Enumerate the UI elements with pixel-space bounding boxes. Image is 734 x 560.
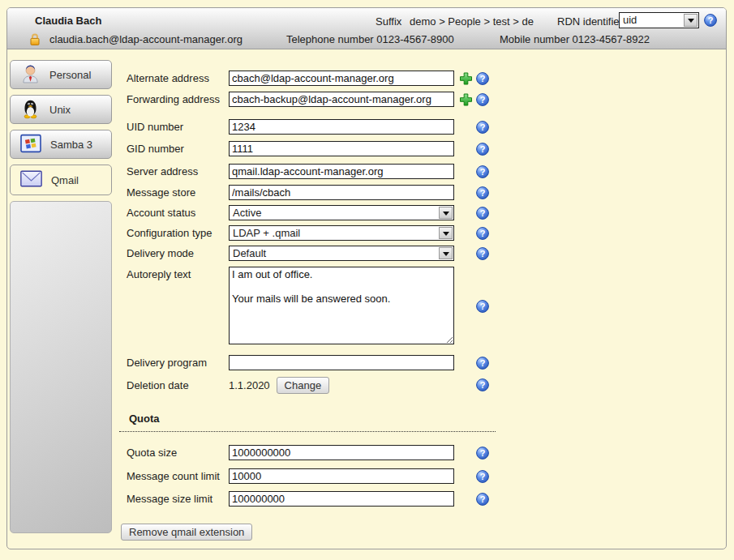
help-icon[interactable]: ? <box>476 247 489 260</box>
field-label: Delivery program <box>127 357 229 369</box>
svg-text:?: ? <box>480 249 486 259</box>
uid-number-input[interactable] <box>229 119 454 135</box>
delivery-mode-select[interactable]: Default <box>229 246 454 261</box>
form-row-alternate-address: Alternate address ? <box>127 71 508 86</box>
dropdown-arrow-icon[interactable] <box>439 207 453 219</box>
header-mobile: Mobile number 0123-4567-8922 <box>500 33 650 45</box>
message-count-limit-input[interactable] <box>229 468 454 484</box>
penguin-icon <box>20 98 41 122</box>
svg-text:?: ? <box>480 122 486 132</box>
field-label: UID number <box>127 121 229 133</box>
selected-value: Active <box>230 206 438 220</box>
tab-qmail-selected[interactable]: Qmail <box>10 165 112 195</box>
help-icon[interactable]: ? <box>476 447 489 460</box>
module-tab-list: Personal Unix <box>10 60 112 201</box>
tab-personal[interactable]: Personal <box>10 60 112 89</box>
account-title: Claudia Bach <box>35 15 101 27</box>
help-icon[interactable]: ? <box>476 72 489 85</box>
help-icon[interactable]: ? <box>476 378 489 391</box>
form-row-gid-number: GID number ? <box>127 141 508 156</box>
remove-extension-row: Remove qmail extension <box>121 524 252 541</box>
rdn-identifier-select[interactable]: uid <box>619 12 699 28</box>
svg-text:?: ? <box>480 229 486 238</box>
field-label: GID number <box>127 143 229 155</box>
field-label: Deletion date <box>127 379 229 391</box>
autoreply-text-textarea[interactable]: I am out of office. Your mails will be a… <box>229 267 454 344</box>
field-label: Autoreply text <box>127 267 229 280</box>
form-row-server-address: Server address ? <box>127 164 508 179</box>
dropdown-arrow-icon[interactable] <box>684 14 698 27</box>
windows-icon <box>20 134 41 156</box>
rdn-selected-value: uid <box>620 13 683 28</box>
form-row-message-count-limit: Message count limit ? <box>127 468 508 484</box>
account-status-select[interactable]: Active <box>229 205 454 220</box>
field-label: Server address <box>127 165 229 177</box>
alternate-address-input[interactable] <box>229 71 454 86</box>
help-icon[interactable]: ? <box>476 470 489 483</box>
tab-samba3[interactable]: Samba 3 <box>10 130 112 159</box>
help-icon[interactable]: ? <box>476 93 489 106</box>
svg-text:?: ? <box>480 74 486 83</box>
field-label: Message size limit <box>127 493 229 505</box>
quota-section-heading: Quota <box>119 413 496 432</box>
remove-qmail-extension-button[interactable]: Remove qmail extension <box>121 524 252 541</box>
svg-text:?: ? <box>480 167 486 177</box>
selected-value: Default <box>230 246 438 260</box>
configuration-type-select[interactable]: LDAP + .qmail <box>229 225 454 241</box>
message-size-limit-input[interactable] <box>229 491 454 507</box>
form-row-message-store: Message store ? <box>127 185 508 200</box>
field-label: Configuration type <box>127 227 229 239</box>
help-icon[interactable]: ? <box>476 207 489 220</box>
svg-text:?: ? <box>480 188 486 198</box>
rdn-identifier-label: RDN identifier <box>557 15 623 28</box>
forwarding-address-input[interactable] <box>229 92 454 107</box>
field-label: Forwarding address <box>127 93 229 105</box>
svg-text:?: ? <box>480 208 486 218</box>
add-icon[interactable] <box>459 71 473 85</box>
form-row-deletion-date: Deletion date 1.1.2020 Change ? <box>127 377 508 393</box>
lock-icon <box>28 32 41 49</box>
svg-text:?: ? <box>480 448 486 458</box>
add-icon[interactable] <box>459 92 473 106</box>
gid-number-input[interactable] <box>229 141 454 156</box>
form-row-autoreply-text: Autoreply text I am out of office. Your … <box>127 267 508 346</box>
tab-label: Samba 3 <box>50 139 92 151</box>
field-label: Quota size <box>127 447 229 459</box>
message-store-input[interactable] <box>229 185 454 200</box>
deletion-date-value: 1.1.2020 <box>229 379 270 391</box>
help-icon[interactable]: ? <box>476 143 489 156</box>
form-row-delivery-mode: Delivery mode Default ? <box>127 246 508 261</box>
tab-unix[interactable]: Unix <box>10 95 112 124</box>
form-row-message-size-limit: Message size limit ? <box>127 491 508 507</box>
dropdown-arrow-icon[interactable] <box>439 227 453 239</box>
field-label: Delivery mode <box>127 247 229 259</box>
svg-text:?: ? <box>480 472 486 481</box>
form-row-configuration-type: Configuration type LDAP + .qmail ? <box>127 225 508 241</box>
field-label: Account status <box>127 207 229 219</box>
dropdown-arrow-icon[interactable] <box>439 247 453 259</box>
rdn-help-icon[interactable]: ? <box>704 14 717 29</box>
svg-text:?: ? <box>480 494 486 504</box>
help-icon[interactable]: ? <box>476 493 489 506</box>
sidebar-filler <box>10 201 112 533</box>
help-icon[interactable]: ? <box>476 227 489 240</box>
tab-label: Personal <box>49 69 91 81</box>
quota-size-input[interactable] <box>229 445 454 460</box>
help-icon[interactable]: ? <box>476 186 489 199</box>
help-icon[interactable]: ? <box>476 300 489 313</box>
help-icon[interactable]: ? <box>476 165 489 178</box>
person-icon <box>20 63 41 87</box>
delivery-program-input[interactable] <box>229 355 454 370</box>
envelope-icon <box>20 170 42 190</box>
form-row-forwarding-address: Forwarding address ? <box>127 92 508 107</box>
form-row-delivery-program: Delivery program ? <box>127 355 508 370</box>
qmail-form: Alternate address ? Forwarding address ?… <box>127 8 516 549</box>
help-icon[interactable]: ? <box>476 357 489 370</box>
account-editor-window: Claudia Bach Suffix demo > People > test… <box>6 7 727 549</box>
tab-label: Unix <box>49 104 71 116</box>
server-address-input[interactable] <box>229 164 454 179</box>
help-icon[interactable]: ? <box>476 121 489 134</box>
change-date-button[interactable]: Change <box>277 377 330 394</box>
svg-text:?: ? <box>480 380 486 390</box>
tab-label: Qmail <box>51 174 79 186</box>
